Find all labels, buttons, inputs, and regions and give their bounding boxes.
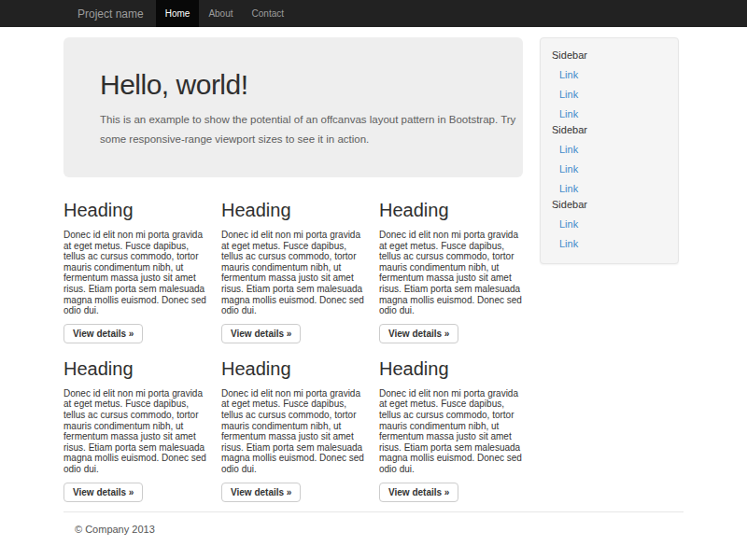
sidebar-group-label: Sidebar: [552, 199, 670, 210]
sidebar-group-3: Sidebar Link Link: [552, 199, 670, 254]
jumbotron-title: Hello, world!: [100, 69, 523, 101]
sidebar-link[interactable]: Link: [559, 140, 670, 160]
card-heading: Heading: [221, 358, 365, 380]
feature-card: Heading Donec id elit non mi porta gravi…: [221, 200, 365, 343]
card-body-text: Donec id elit non mi porta gravida at eg…: [379, 230, 523, 316]
view-details-button[interactable]: View details »: [221, 483, 301, 502]
feature-card: Heading Donec id elit non mi porta gravi…: [379, 358, 523, 502]
navbar-brand[interactable]: Project name: [63, 0, 156, 27]
card-heading: Heading: [379, 358, 523, 380]
view-details-button[interactable]: View details »: [221, 324, 301, 343]
sidebar-link[interactable]: Link: [559, 215, 670, 234]
sidebar-link[interactable]: Link: [559, 179, 670, 199]
card-body-text: Donec id elit non mi porta gravida at eg…: [379, 388, 523, 475]
sidebar-link[interactable]: Link: [559, 160, 670, 179]
view-details-button[interactable]: View details »: [379, 483, 458, 502]
sidebar-group-1: Sidebar Link Link Link: [552, 49, 670, 124]
page-footer: © Company 2013: [63, 512, 684, 535]
jumbotron: Hello, world! This is an example to show…: [63, 37, 523, 177]
feature-card: Heading Donec id elit non mi porta gravi…: [63, 358, 207, 502]
sidebar-group-2: Sidebar Link Link Link: [552, 124, 670, 199]
card-body-text: Donec id elit non mi porta gravida at eg…: [221, 388, 365, 475]
sidebar-group-label: Sidebar: [552, 124, 670, 135]
navbar-nav: Home About Contact: [156, 0, 293, 27]
card-body-text: Donec id elit non mi porta gravida at eg…: [221, 230, 365, 316]
nav-item-home[interactable]: Home: [156, 0, 200, 27]
card-heading: Heading: [63, 200, 207, 221]
sidebar-column: Sidebar Link Link Link Sidebar Link Link…: [540, 37, 679, 502]
view-details-button[interactable]: View details »: [63, 483, 143, 502]
card-body-text: Donec id elit non mi porta gravida at eg…: [63, 388, 207, 475]
view-details-button[interactable]: View details »: [379, 324, 458, 343]
sidebar-link[interactable]: Link: [559, 234, 670, 254]
card-heading: Heading: [379, 200, 523, 221]
top-navbar: Project name Home About Contact: [0, 0, 747, 27]
view-details-button[interactable]: View details »: [63, 324, 143, 343]
jumbotron-description: This is an example to show the potential…: [100, 110, 523, 149]
main-content: Hello, world! This is an example to show…: [63, 37, 523, 502]
sidebar-panel: Sidebar Link Link Link Sidebar Link Link…: [540, 37, 679, 264]
feature-card: Heading Donec id elit non mi porta gravi…: [221, 358, 365, 502]
sidebar-link[interactable]: Link: [559, 65, 670, 85]
sidebar-link[interactable]: Link: [559, 85, 670, 105]
navbar-brand-label: Project name: [78, 7, 144, 21]
nav-item-about[interactable]: About: [199, 0, 242, 27]
card-heading: Heading: [63, 358, 207, 380]
copyright-text: © Company 2013: [75, 524, 684, 535]
sidebar-group-label: Sidebar: [552, 49, 670, 61]
feature-card: Heading Donec id elit non mi porta gravi…: [63, 200, 207, 343]
card-heading: Heading: [221, 200, 365, 221]
sidebar-link[interactable]: Link: [559, 105, 670, 124]
cards-row-2: Heading Donec id elit non mi porta gravi…: [63, 358, 523, 502]
cards-row-1: Heading Donec id elit non mi porta gravi…: [63, 200, 523, 343]
card-body-text: Donec id elit non mi porta gravida at eg…: [63, 230, 207, 316]
feature-card: Heading Donec id elit non mi porta gravi…: [379, 200, 523, 343]
nav-item-contact[interactable]: Contact: [243, 0, 293, 27]
